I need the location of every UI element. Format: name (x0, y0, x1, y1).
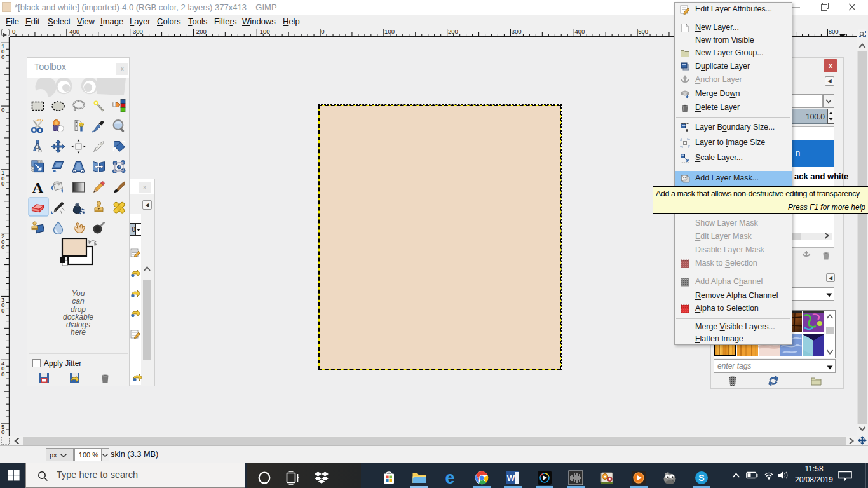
svg-text:-200: -200 (194, 28, 207, 35)
svg-text:-300: -300 (131, 28, 143, 35)
svg-text:300: 300 (512, 28, 522, 35)
svg-text:0: 0 (321, 28, 324, 35)
svg-text:0: 0 (1, 243, 4, 250)
svg-text:800: 800 (829, 28, 839, 35)
svg-text:0: 0 (1, 53, 4, 60)
svg-text:-400: -400 (67, 28, 79, 35)
svg-text:0: 0 (1, 180, 4, 187)
svg-text:e: e (445, 470, 454, 485)
svg-text:0: 0 (1, 106, 4, 113)
svg-text:0: 0 (1, 370, 4, 377)
svg-text:A: A (32, 179, 44, 196)
svg-text:S: S (698, 473, 704, 483)
svg-text:100: 100 (384, 28, 395, 35)
svg-text:-100: -100 (258, 28, 270, 35)
svg-text:400: 400 (575, 28, 585, 35)
svg-text:W: W (507, 473, 515, 483)
svg-text:200: 200 (448, 28, 458, 35)
svg-text:500: 500 (638, 28, 648, 35)
svg-text:0: 0 (1, 307, 4, 314)
svg-text:0: 0 (12, 28, 15, 35)
